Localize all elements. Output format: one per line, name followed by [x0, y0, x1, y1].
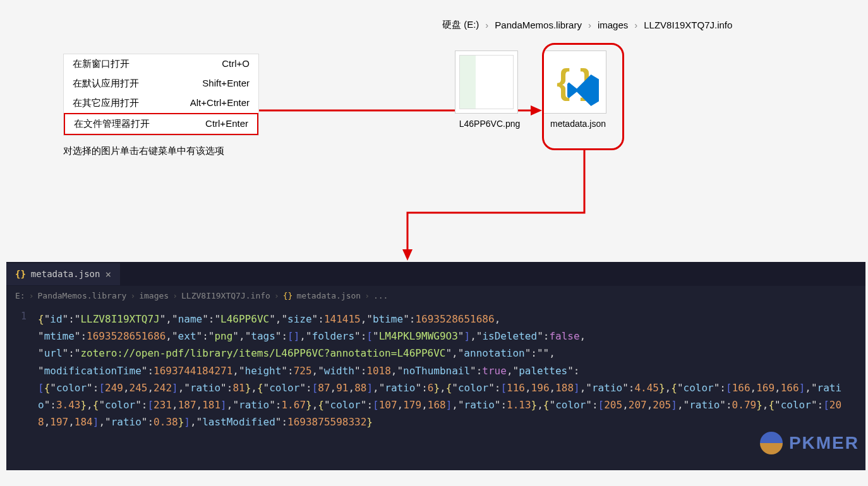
context-menu-caption: 对选择的图片单击右键菜单中有该选项 [63, 145, 224, 157]
crumb-item[interactable]: metadata.json [296, 291, 361, 300]
menu-shortcut: Ctrl+O [222, 58, 250, 70]
file-label: L46PP6VC.png [455, 119, 524, 129]
pkmer-logo-icon [760, 432, 783, 454]
chevron-right-icon: › [634, 20, 637, 30]
highlight-box [542, 43, 624, 150]
menu-shortcut: Alt+Ctrl+Enter [190, 97, 250, 109]
arrow-down-icon [395, 150, 597, 263]
explorer-breadcrumb: 硬盘 (E:) › PandaMemos.library › images › … [442, 19, 732, 31]
svg-marker-3 [402, 249, 413, 261]
context-menu: 在新窗口打开 Ctrl+O 在默认应用打开 Shift+Enter 在其它应用打… [63, 54, 259, 136]
crumb-item[interactable]: LLZV8I19XTQ7J.info [181, 291, 270, 300]
menu-label: 在其它应用打开 [73, 97, 139, 109]
breadcrumb-item[interactable]: LLZV8I19XTQ7J.info [644, 20, 732, 30]
menu-label: 在文件管理器打开 [74, 118, 150, 130]
editor-tab-bar: {} metadata.json × [6, 262, 865, 286]
close-icon[interactable]: × [105, 268, 111, 280]
crumb-item[interactable]: E: [15, 291, 25, 300]
breadcrumb-item[interactable]: images [598, 20, 628, 30]
breadcrumb-item[interactable]: 硬盘 (E:) [442, 19, 479, 31]
code-area[interactable]: 1 {"id":"LLZV8I19XTQ7J","name":"L46PP6VC… [6, 305, 865, 436]
menu-shortcut: Shift+Enter [202, 78, 250, 90]
json-braces-icon: {} [15, 269, 26, 279]
code-content: {"id":"LLZV8I19XTQ7J","name":"L46PP6VC",… [38, 311, 865, 430]
menu-open-default-app[interactable]: 在默认应用打开 Shift+Enter [64, 74, 258, 93]
menu-label: 在新窗口打开 [73, 58, 130, 70]
breadcrumb-item[interactable]: PandaMemos.library [495, 20, 582, 30]
json-braces-icon: {} [283, 291, 293, 300]
chevron-right-icon: › [588, 20, 591, 30]
watermark: PKMER [760, 432, 859, 454]
editor-tab[interactable]: {} metadata.json × [6, 263, 120, 285]
editor-breadcrumb: E:› PandaMemos.library› images› LLZV8I19… [6, 286, 865, 305]
menu-shortcut: Ctrl+Enter [205, 118, 248, 130]
crumb-item[interactable]: PandaMemos.library [37, 291, 126, 300]
vscode-editor: {} metadata.json × E:› PandaMemos.librar… [6, 262, 865, 470]
menu-open-new-window[interactable]: 在新窗口打开 Ctrl+O [64, 54, 258, 74]
file-png[interactable]: L46PP6VC.png [455, 50, 524, 129]
menu-label: 在默认应用打开 [73, 78, 139, 90]
tab-title: metadata.json [31, 269, 100, 279]
menu-open-file-manager[interactable]: 在文件管理器打开 Ctrl+Enter [64, 113, 258, 135]
crumb-item[interactable]: images [139, 291, 169, 300]
png-thumbnail-icon [455, 50, 518, 114]
menu-open-other-app[interactable]: 在其它应用打开 Alt+Ctrl+Enter [64, 93, 258, 113]
watermark-text: PKMER [789, 433, 859, 453]
line-number: 1 [6, 311, 38, 430]
chevron-right-icon: › [485, 20, 488, 30]
crumb-item: ... [373, 291, 388, 300]
